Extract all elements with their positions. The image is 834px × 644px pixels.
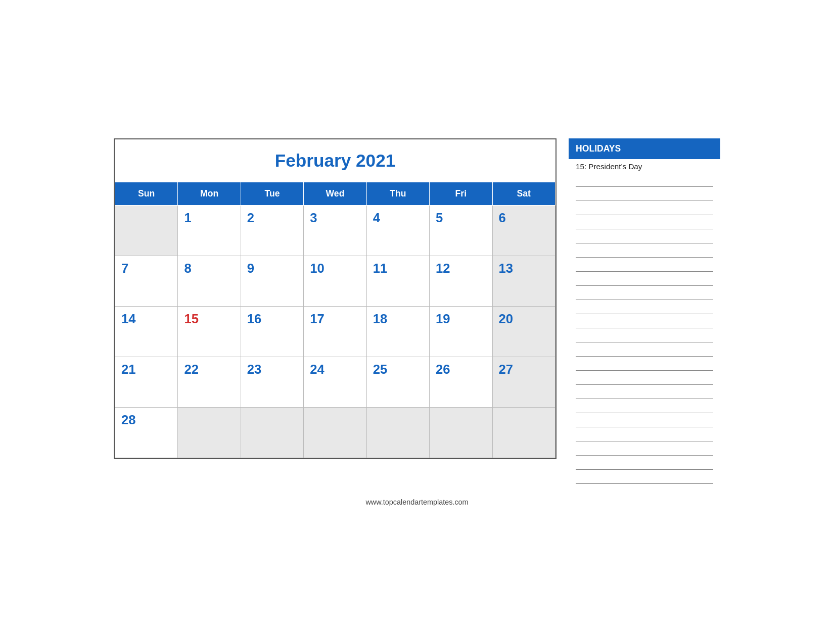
calendar-week-row: 14151617181920 [115,306,555,357]
calendar-day-cell: 17 [304,306,366,357]
calendar-day-cell: 10 [304,256,366,306]
day-number: 9 [247,261,254,275]
day-number: 23 [247,362,261,376]
notes-line [576,427,713,441]
notes-line [576,357,713,371]
holiday-item: 15: President’s Day [569,159,720,171]
notes-line [576,243,713,258]
day-number: 2 [247,211,254,225]
calendar-week-row: 123456 [115,205,555,256]
day-number: 28 [121,413,135,427]
notes-line [576,342,713,357]
calendar-day-cell: 13 [492,256,555,306]
calendar-day-cell: 7 [115,256,178,306]
notes-line [576,201,713,215]
day-number: 18 [373,312,387,326]
holidays-lines [569,171,720,484]
footer-text: www.topcalendartemplates.com [365,498,468,506]
calendar-day-cell: 2 [241,205,303,256]
day-number: 6 [499,211,506,225]
notes-line [576,314,713,328]
calendar-day-cell: 25 [366,357,429,407]
calendar-day-cell [178,407,241,458]
day-number: 3 [310,211,317,225]
day-header-tue: Tue [241,182,303,205]
notes-line [576,441,713,456]
day-header-thu: Thu [366,182,429,205]
calendar-day-cell: 9 [241,256,303,306]
day-number: 15 [184,312,198,326]
day-number: 19 [436,312,450,326]
calendar-day-cell [492,407,555,458]
calendar-day-cell [366,407,429,458]
calendar-day-cell: 21 [115,357,178,407]
calendar-day-cell: 14 [115,306,178,357]
day-number: 20 [499,312,513,326]
calendar-day-cell: 24 [304,357,366,407]
calendar-week-row: 78910111213 [115,256,555,306]
calendar-day-cell [430,407,492,458]
calendar-day-cell: 5 [430,205,492,256]
footer: www.topcalendartemplates.com [365,498,468,506]
calendar-day-cell: 1 [178,205,241,256]
calendar-day-cell [115,205,178,256]
day-number: 12 [436,261,450,275]
day-number: 4 [373,211,380,225]
day-number: 27 [499,362,513,376]
notes-line [576,399,713,413]
holidays-container: HOLIDAYS 15: President’s Day [569,138,720,484]
notes-line [576,413,713,427]
notes-line [576,272,713,286]
calendar-day-cell: 16 [241,306,303,357]
calendar-day-cell: 23 [241,357,303,407]
calendar-header-row: SunMonTueWedThuFriSat [115,182,555,205]
day-number: 14 [121,312,135,326]
day-header-mon: Mon [178,182,241,205]
day-number: 10 [310,261,324,275]
calendar-week-row: 28 [115,407,555,458]
day-number: 16 [247,312,261,326]
holidays-header: HOLIDAYS [569,138,720,159]
main-content: February 2021 SunMonTueWedThuFriSat 1234… [114,138,720,484]
calendar-day-cell: 22 [178,357,241,407]
day-number: 24 [310,362,324,376]
calendar-day-cell: 4 [366,205,429,256]
calendar-day-cell: 8 [178,256,241,306]
calendar-day-cell: 26 [430,357,492,407]
notes-line [576,456,713,470]
calendar-grid: SunMonTueWedThuFriSat 123456789101112131… [115,182,555,458]
calendar-day-cell: 11 [366,256,429,306]
notes-line [576,258,713,272]
day-number: 17 [310,312,324,326]
notes-line [576,286,713,300]
calendar-day-cell: 15 [178,306,241,357]
day-number: 11 [373,261,387,275]
day-number: 13 [499,261,513,275]
calendar-day-cell: 3 [304,205,366,256]
day-number: 8 [184,261,191,275]
calendar-day-cell: 12 [430,256,492,306]
notes-line [576,187,713,201]
calendar-container: February 2021 SunMonTueWedThuFriSat 1234… [114,138,557,459]
day-number: 7 [121,261,128,275]
day-number: 25 [373,362,387,376]
notes-line [576,470,713,484]
calendar-day-cell: 27 [492,357,555,407]
notes-line [576,173,713,187]
day-header-wed: Wed [304,182,366,205]
day-header-fri: Fri [430,182,492,205]
holiday-entry: 15: President’s Day [576,162,713,171]
notes-line [576,328,713,342]
calendar-day-cell [241,407,303,458]
notes-line [576,215,713,229]
calendar-week-row: 21222324252627 [115,357,555,407]
day-number: 5 [436,211,443,225]
calendar-day-cell: 18 [366,306,429,357]
notes-line [576,229,713,243]
calendar-day-cell: 19 [430,306,492,357]
page-wrapper: February 2021 SunMonTueWedThuFriSat 1234… [114,138,720,506]
calendar-day-cell [304,407,366,458]
notes-line [576,385,713,399]
calendar-day-cell: 6 [492,205,555,256]
calendar-day-cell: 20 [492,306,555,357]
